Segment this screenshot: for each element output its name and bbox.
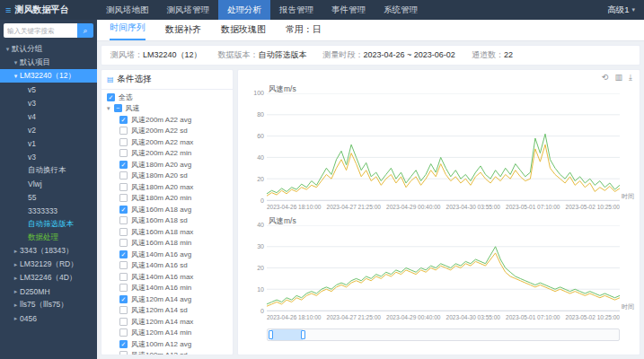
condition-item[interactable]: ✓风速120m A14 avg xyxy=(101,293,233,305)
condition-item[interactable]: 风速180m A20 max xyxy=(101,181,233,193)
condition-group[interactable]: ▾−风速 xyxy=(101,103,233,115)
tree-item[interactable]: ▸3343（18343） xyxy=(0,244,97,258)
checkbox[interactable]: ✓ xyxy=(119,250,128,258)
condition-label: 风速200m A22 avg xyxy=(131,115,191,125)
checkbox[interactable]: ✓ xyxy=(119,295,128,303)
tab[interactable]: 时间序列 xyxy=(110,22,146,40)
checkbox[interactable] xyxy=(119,194,128,202)
nav-item[interactable]: 系统管理 xyxy=(375,0,427,20)
user-menu[interactable]: 高级1 ▾ xyxy=(607,4,644,16)
tree-item[interactable]: 3333333 xyxy=(0,204,97,217)
condition-panel-header: ▤ 条件选择 xyxy=(101,70,233,90)
checkbox[interactable] xyxy=(119,261,128,269)
search-input[interactable] xyxy=(4,23,77,38)
datazoom-selection[interactable] xyxy=(271,329,303,340)
datazoom-left-handle[interactable] xyxy=(269,330,273,339)
condition-item[interactable]: 风速140m A16 min xyxy=(101,283,233,294)
tree-item-label: 数据处理 xyxy=(28,232,58,243)
condition-item[interactable]: 风速160m A18 min xyxy=(101,238,233,250)
tree-item[interactable]: 55 xyxy=(0,190,97,204)
checkbox[interactable] xyxy=(119,328,128,337)
checkbox[interactable] xyxy=(119,228,128,236)
condition-item[interactable]: 风速100m A12 sd xyxy=(101,350,233,355)
tree-item[interactable]: ▸LM32129（RD） xyxy=(0,258,97,271)
refresh-icon[interactable]: ⟲ xyxy=(602,73,609,83)
tree-item-label: 自动筛选版本 xyxy=(28,219,74,230)
nav-item[interactable]: 测风塔地图 xyxy=(97,0,158,20)
tree-item[interactable]: Vlwj xyxy=(0,177,97,190)
checkbox[interactable]: ✓ xyxy=(107,93,115,101)
checkbox[interactable]: ✓ xyxy=(119,116,128,124)
condition-item[interactable]: 风速200m A22 min xyxy=(101,148,233,160)
condition-label: 风速180m A20 avg xyxy=(131,160,191,170)
condition-item[interactable]: 风速120m A14 sd xyxy=(101,305,233,317)
tree-item[interactable]: ▸D250MH xyxy=(0,285,97,298)
checkbox[interactable]: − xyxy=(114,104,122,112)
download-icon[interactable]: ⤓ xyxy=(629,73,632,83)
tree-item[interactable]: ▸LM32246（4D） xyxy=(0,271,97,285)
tab[interactable]: 数据补齐 xyxy=(165,23,201,40)
checkbox[interactable] xyxy=(119,138,128,146)
tree-item[interactable]: 数据处理 xyxy=(0,231,97,244)
checkbox[interactable] xyxy=(119,351,128,355)
condition-label: 风速180m A20 sd xyxy=(131,171,188,180)
data-view-icon[interactable]: ▥ xyxy=(615,73,623,83)
tree-item[interactable]: 自动筛选版本 xyxy=(0,217,97,231)
condition-item[interactable]: 风速120m A14 max xyxy=(101,316,233,328)
condition-item[interactable]: ✓风速180m A20 avg xyxy=(101,159,233,171)
condition-item[interactable]: 风速180m A20 min xyxy=(101,193,233,205)
tree-item[interactable]: ▸lls75（llls75） xyxy=(0,298,97,311)
condition-item[interactable]: ✓风速140m A16 avg xyxy=(101,249,233,260)
condition-item[interactable]: 风速160m A18 sd xyxy=(101,215,233,227)
tree-item[interactable]: ▾LM32240（12） xyxy=(0,69,97,83)
checkbox[interactable] xyxy=(119,239,128,247)
nav-item[interactable]: 测风塔管理 xyxy=(158,0,219,20)
search-button[interactable]: ⌕ xyxy=(77,23,93,38)
datazoom-slider[interactable] xyxy=(267,328,620,341)
tree-item[interactable]: v3 xyxy=(0,96,97,109)
condition-item[interactable]: 风速200m A22 sd xyxy=(101,126,233,137)
tree-item[interactable]: v5 xyxy=(0,83,97,96)
condition-list[interactable]: ✓全选▾−风速✓风速200m A22 avg风速200m A22 sd风速200… xyxy=(101,90,233,355)
condition-label: 风速200m A22 min xyxy=(131,148,191,158)
tab[interactable]: 常用：日 xyxy=(286,23,322,40)
nav-item[interactable]: 处理分析 xyxy=(218,0,270,20)
checkbox[interactable] xyxy=(119,306,128,314)
condition-item[interactable]: 风速120m A14 min xyxy=(101,328,233,339)
nav-item[interactable]: 事件管理 xyxy=(322,0,375,20)
condition-item[interactable]: 风速180m A20 sd xyxy=(101,171,233,182)
tree-item[interactable]: 自动换行本 xyxy=(0,163,97,177)
nav-item[interactable]: 报告管理 xyxy=(270,0,322,20)
checkbox[interactable] xyxy=(119,273,128,281)
checkbox[interactable] xyxy=(119,284,128,292)
condition-item[interactable]: 风速140m A16 sd xyxy=(101,260,233,272)
condition-item[interactable]: ✓风速100m A12 avg xyxy=(101,338,233,350)
line-plot xyxy=(267,93,620,200)
checkbox[interactable] xyxy=(119,149,128,157)
datazoom-right-handle[interactable] xyxy=(301,330,305,339)
checkbox[interactable] xyxy=(119,318,128,326)
checkbox[interactable]: ✓ xyxy=(119,161,128,169)
tree-item[interactable]: v4 xyxy=(0,109,97,123)
checkbox[interactable] xyxy=(119,127,128,135)
checkbox[interactable] xyxy=(119,171,128,180)
tree-item-label: lls75（llls75） xyxy=(20,300,68,311)
charts-panel: ⟲ ▥ ⤓ 风速m/s 100806040200 时间 2023-04-26 1… xyxy=(237,69,640,355)
checkbox[interactable] xyxy=(119,183,128,191)
tab[interactable]: 数据玫瑰图 xyxy=(221,23,266,40)
condition-item[interactable]: ✓全选 xyxy=(101,92,233,103)
condition-item[interactable]: 风速140m A16 max xyxy=(101,271,233,283)
tree-item[interactable]: v3 xyxy=(0,150,97,163)
checkbox[interactable]: ✓ xyxy=(119,340,128,348)
tree-item[interactable]: ▸0456 xyxy=(0,311,97,325)
condition-item[interactable]: 风速200m A22 max xyxy=(101,136,233,148)
tree-item[interactable]: ▾默认项目 xyxy=(0,56,97,69)
tree-item[interactable]: ▾默认分组 xyxy=(0,42,97,56)
tree-item[interactable]: v2 xyxy=(0,123,97,136)
checkbox[interactable]: ✓ xyxy=(119,206,128,214)
condition-item[interactable]: ✓风速160m A18 avg xyxy=(101,204,233,215)
tree-item[interactable]: v1 xyxy=(0,136,97,150)
condition-item[interactable]: 风速160m A18 max xyxy=(101,226,233,238)
checkbox[interactable] xyxy=(119,216,128,224)
condition-item[interactable]: ✓风速200m A22 avg xyxy=(101,114,233,126)
